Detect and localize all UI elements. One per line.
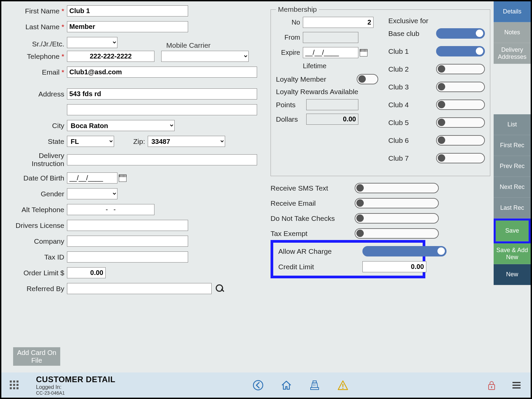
membership-expire-label: Expire [276,49,303,56]
menu-icon[interactable] [511,380,522,391]
dollars-label: Dollars [276,115,303,123]
referred-input[interactable] [67,283,212,294]
membership-expire-input[interactable] [303,47,358,58]
receive-email-label: Receive Email [271,199,355,207]
club-label-0: Base club [388,30,436,38]
delivery-instruction-input[interactable] [67,154,257,165]
mobile-carrier-select[interactable] [161,51,249,62]
credit-limit-input[interactable] [362,261,426,272]
company-input[interactable] [67,236,188,247]
new-button[interactable]: New [494,264,531,285]
club-label-6: Club 6 [388,136,436,145]
svg-point-0 [253,381,263,390]
membership-legend: Membership [276,5,319,13]
register-icon[interactable] [309,380,320,391]
orderlimit-input[interactable] [67,267,106,278]
alt-tel-label: Alt Telephone [5,206,67,214]
alert-icon[interactable] [337,380,349,391]
next-rec-button[interactable]: Next Rec [494,177,531,198]
page-title: CUSTOMER DETAIL [36,375,115,384]
telephone-input[interactable] [67,51,154,62]
lock-icon[interactable] [486,380,497,391]
no-checks-toggle[interactable] [355,213,439,224]
add-card-on-file-button[interactable]: Add Card On File [13,347,60,366]
telephone-label: Telephone * [5,52,67,61]
svg-rect-1 [311,388,319,390]
address-label: Address [5,90,67,98]
allow-ar-label: Allow AR Charge [278,247,362,255]
credit-limit-label: Credit Limit [278,263,362,271]
svg-rect-2 [313,381,316,383]
last-name-input[interactable] [67,21,188,32]
gender-select[interactable] [67,188,117,199]
save-add-new-button[interactable]: Save & Add New [494,243,531,264]
exclusive-for-label: Exclusive for [388,17,485,25]
mobile-carrier-label: Mobile Carrier [166,41,260,49]
allow-ar-toggle[interactable] [362,246,447,256]
points-input[interactable] [306,99,358,110]
suffix-label: Sr./Jr./Etc. [5,40,67,48]
membership-from-input[interactable] [303,32,358,43]
apps-grid-icon[interactable] [10,381,19,390]
club-label-1: Club 1 [388,47,436,55]
membership-no-input[interactable] [303,17,374,28]
search-icon[interactable] [216,284,224,293]
club-toggle-7[interactable] [436,153,485,163]
svg-point-8 [343,388,344,389]
dob-input[interactable] [67,172,117,184]
city-select[interactable]: Boca Raton [67,120,175,131]
club-label-3: Club 3 [388,83,436,91]
club-toggle-3[interactable] [436,82,485,92]
club-toggle-6[interactable] [436,135,485,146]
last-rec-button[interactable]: Last Rec [494,198,531,218]
list-button[interactable]: List [494,114,531,135]
loyalty-rewards-label: Loyalty Rewards Available [276,88,378,96]
delivery-instruction-label: Delivery Instruction [5,152,67,168]
address2-input[interactable] [67,104,257,115]
tab-delivery-addresses[interactable]: Delivery Addresses [494,43,531,64]
first-name-input[interactable] [67,5,188,16]
prev-rec-button[interactable]: Prev Rec [494,156,531,177]
club-label-2: Club 2 [388,65,436,73]
club-toggle-5[interactable] [436,117,485,128]
tab-details[interactable]: Details [494,1,531,22]
club-label-4: Club 4 [388,101,436,109]
drivers-label: Drivers License [5,222,67,230]
club-toggle-4[interactable] [436,99,485,110]
lifetime-label: Lifetime [303,62,326,70]
address1-input[interactable] [67,88,257,99]
calendar-icon[interactable] [360,49,367,56]
state-select[interactable]: FL [67,136,114,147]
receive-sms-toggle[interactable] [355,183,439,193]
loyalty-member-toggle[interactable] [357,74,378,84]
taxid-input[interactable] [67,251,188,263]
club-toggle-0[interactable] [436,28,485,39]
dob-label: Date Of Birth [5,174,67,182]
save-button[interactable]: Save [496,221,529,241]
tax-exempt-label: Tax Exempt [271,230,355,238]
tax-exempt-toggle[interactable] [355,228,439,239]
no-checks-label: Do Not Take Checks [271,214,355,223]
email-input[interactable] [67,67,257,78]
calendar-icon[interactable] [119,174,127,182]
receive-sms-label: Receive SMS Text [271,184,355,192]
zip-select[interactable]: 33487 [148,136,225,147]
email-label: Email * [5,68,67,76]
suffix-select[interactable] [67,37,117,48]
state-label: State [5,137,67,146]
dollars-input[interactable] [306,114,358,125]
logged-in-label: Logged In: [36,384,115,390]
home-icon[interactable] [281,380,292,391]
back-icon[interactable] [252,380,264,391]
drivers-input[interactable] [67,220,188,231]
alt-tel-input[interactable] [67,204,154,215]
tab-notes[interactable]: Notes [494,22,531,43]
gender-label: Gender [5,190,67,198]
club-toggle-2[interactable] [436,64,485,74]
last-name-label: Last Name * [5,23,67,31]
membership-no-label: No [276,18,303,26]
receive-email-toggle[interactable] [355,198,439,208]
club-toggle-1[interactable] [436,46,485,56]
first-rec-button[interactable]: First Rec [494,135,531,156]
taxid-label: Tax ID [5,253,67,261]
